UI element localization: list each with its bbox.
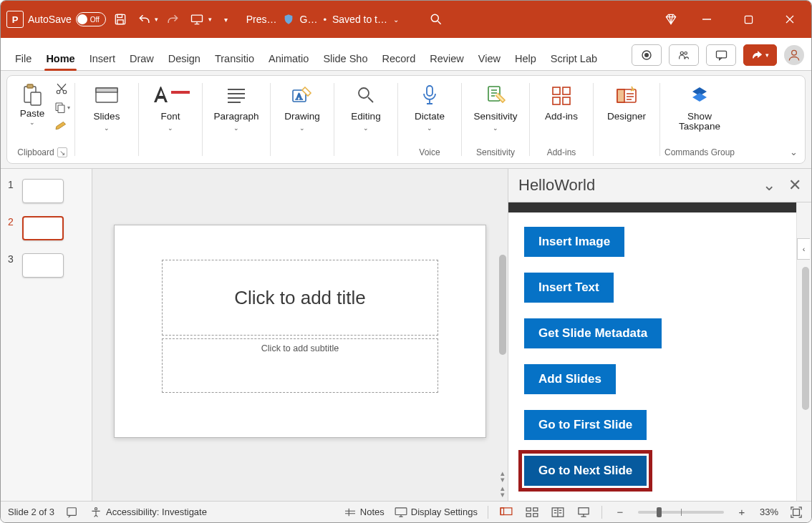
title-placeholder[interactable]: Click to add title bbox=[162, 260, 438, 336]
accessibility-status[interactable]: Accessibility: Investigate bbox=[90, 507, 207, 518]
teams-present-button[interactable] bbox=[669, 44, 699, 66]
share-button[interactable]: ▾ bbox=[743, 44, 777, 66]
search-icon[interactable] bbox=[426, 9, 446, 29]
format-painter-icon[interactable] bbox=[53, 119, 70, 133]
display-settings-label: Display Settings bbox=[411, 507, 478, 517]
tab-scriptlab[interactable]: Script Lab bbox=[543, 46, 604, 70]
get-slide-metadata-button[interactable]: Get Slide Metadata bbox=[524, 318, 662, 348]
thumb-1[interactable]: 1 bbox=[8, 179, 84, 203]
minimize-button[interactable] bbox=[691, 8, 722, 31]
tab-help[interactable]: Help bbox=[508, 46, 543, 70]
recording-button[interactable] bbox=[632, 44, 662, 66]
slides-button[interactable]: Slides⌄ bbox=[79, 80, 134, 135]
zoom-out-icon[interactable]: − bbox=[612, 506, 628, 519]
language-icon[interactable] bbox=[64, 506, 80, 519]
fit-to-window-icon[interactable] bbox=[788, 506, 804, 519]
thumb-2[interactable]: 2 bbox=[8, 216, 84, 240]
save-icon[interactable] bbox=[110, 9, 130, 29]
qat-customize-icon[interactable]: ▾ bbox=[216, 9, 236, 29]
subtitle-placeholder[interactable]: Click to add subtitle bbox=[162, 338, 438, 393]
svg-rect-20 bbox=[96, 88, 117, 92]
view-sorter-icon[interactable] bbox=[524, 506, 540, 519]
copy-icon[interactable]: ▾ bbox=[53, 100, 70, 114]
close-button[interactable] bbox=[774, 8, 806, 31]
dictate-button[interactable]: Dictate⌄ bbox=[402, 80, 457, 135]
comments-button[interactable] bbox=[706, 44, 736, 66]
notes-button[interactable]: Notes bbox=[344, 507, 385, 517]
paste-button[interactable]: Paste ⌄ bbox=[14, 80, 50, 129]
status-bar: Slide 2 of 3 Accessibility: Investigate … bbox=[1, 501, 811, 522]
tab-animations[interactable]: Animatio bbox=[261, 46, 316, 70]
maximize-button[interactable] bbox=[733, 8, 764, 31]
clipboard-dialog-launcher[interactable]: ↘ bbox=[57, 147, 67, 157]
view-reading-icon[interactable] bbox=[550, 506, 566, 519]
designer-button[interactable]: Designer bbox=[598, 80, 655, 124]
add-slides-button[interactable]: Add Slides bbox=[524, 364, 616, 394]
display-settings-button[interactable]: Display Settings bbox=[395, 507, 478, 517]
svg-rect-36 bbox=[501, 507, 503, 514]
insert-image-button[interactable]: Insert Image bbox=[524, 227, 624, 257]
taskpane-collapse-icon[interactable]: ‹ bbox=[797, 238, 810, 260]
addins-button[interactable]: Add-ins bbox=[534, 80, 589, 124]
svg-point-9 bbox=[685, 52, 687, 55]
dictate-label: Dictate bbox=[415, 112, 445, 122]
drawing-button[interactable]: A Drawing⌄ bbox=[275, 80, 329, 135]
svg-rect-39 bbox=[526, 513, 531, 516]
view-normal-icon[interactable] bbox=[498, 506, 514, 519]
save-status[interactable]: Saved to t… bbox=[332, 14, 387, 25]
svg-rect-29 bbox=[563, 97, 570, 104]
document-name[interactable]: Pres… bbox=[246, 14, 277, 25]
undo-caret-icon[interactable]: ▾ bbox=[155, 16, 158, 23]
thumb-2-number: 2 bbox=[8, 216, 15, 228]
editing-button[interactable]: Editing⌄ bbox=[339, 80, 393, 135]
slide-nav-arrows[interactable]: ▴▾▴▾ bbox=[501, 470, 505, 498]
ribbon-collapse-icon[interactable]: ⌄ bbox=[790, 147, 798, 157]
go-to-next-slide-button[interactable]: Go to Next Slide bbox=[524, 456, 647, 486]
paragraph-label: Paragraph bbox=[213, 112, 258, 122]
paragraph-button[interactable]: Paragraph⌄ bbox=[207, 80, 266, 135]
tab-home[interactable]: Home bbox=[39, 46, 82, 70]
tab-view[interactable]: View bbox=[471, 46, 508, 70]
sensitivity-label[interactable]: G… bbox=[300, 14, 318, 25]
sensitivity-label-text: Sensitivity bbox=[474, 112, 518, 122]
slide-editor[interactable]: Click to add title Click to add subtitle… bbox=[92, 169, 508, 501]
sensitivity-button[interactable]: Sensitivity⌄ bbox=[466, 80, 525, 135]
font-button[interactable]: Font⌄ bbox=[143, 80, 198, 135]
tab-draw[interactable]: Draw bbox=[122, 46, 161, 70]
tab-design[interactable]: Design bbox=[161, 46, 208, 70]
sensitivity-shield-icon[interactable] bbox=[283, 14, 294, 25]
taskpane-content: Insert Image Insert Text Get Slide Metad… bbox=[508, 202, 797, 501]
account-avatar[interactable] bbox=[784, 45, 804, 65]
tab-transitions[interactable]: Transitio bbox=[208, 46, 261, 70]
tab-slideshow[interactable]: Slide Sho bbox=[316, 46, 374, 70]
save-status-caret-icon[interactable]: ⌄ bbox=[393, 16, 399, 24]
premium-diamond-icon[interactable] bbox=[661, 9, 681, 29]
slide-counter[interactable]: Slide 2 of 3 bbox=[8, 507, 54, 517]
insert-text-button[interactable]: Insert Text bbox=[524, 273, 614, 303]
tab-file[interactable]: File bbox=[8, 46, 39, 70]
font-label: Font bbox=[160, 112, 180, 122]
editor-scrollbar[interactable] bbox=[499, 255, 506, 355]
taskpane-scrollbar[interactable] bbox=[802, 267, 809, 410]
slide-canvas[interactable]: Click to add title Click to add subtitle bbox=[114, 225, 486, 438]
zoom-percent[interactable]: 33% bbox=[760, 507, 778, 517]
view-slideshow-icon[interactable] bbox=[576, 506, 591, 519]
cut-icon[interactable] bbox=[53, 82, 70, 96]
go-to-first-slide-button[interactable]: Go to First Slide bbox=[524, 410, 647, 440]
zoom-slider[interactable] bbox=[638, 511, 724, 514]
undo-icon[interactable] bbox=[135, 9, 155, 29]
autosave-toggle[interactable]: AutoSave Off bbox=[28, 12, 106, 26]
taskpane-close-icon[interactable]: ✕ bbox=[788, 176, 801, 195]
tab-record[interactable]: Record bbox=[374, 46, 422, 70]
tab-review[interactable]: Review bbox=[422, 46, 471, 70]
present-caret-icon[interactable]: ▾ bbox=[208, 16, 212, 23]
thumb-3[interactable]: 3 bbox=[8, 253, 84, 278]
zoom-in-icon[interactable]: + bbox=[734, 506, 750, 519]
taskpane-dropdown-icon[interactable]: ⌄ bbox=[763, 176, 775, 195]
present-from-beginning-icon[interactable] bbox=[187, 9, 207, 29]
redo-icon[interactable] bbox=[163, 9, 183, 29]
svg-point-11 bbox=[792, 50, 797, 55]
show-taskpane-button[interactable]: ShowTaskpane bbox=[668, 80, 731, 135]
tab-insert[interactable]: Insert bbox=[82, 46, 122, 70]
slide-thumbnails: 1 2 3 bbox=[1, 169, 92, 501]
